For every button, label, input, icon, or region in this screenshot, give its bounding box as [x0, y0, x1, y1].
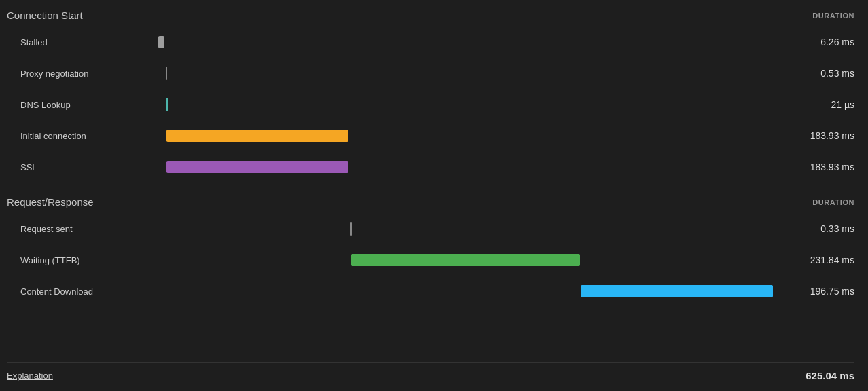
- footer: Explanation 625.04 ms: [7, 362, 854, 381]
- waiting-ttfb-row: Waiting (TTFB) 231.84 ms: [7, 244, 854, 276]
- ssl-label: SSL: [7, 162, 156, 172]
- request-response-header: Request/Response DURATION: [7, 196, 854, 208]
- dns-lookup-row: DNS Lookup 21 µs: [7, 89, 854, 120]
- proxy-negotiation-duration: 0.53 ms: [773, 68, 854, 79]
- waiting-ttfb-label: Waiting (TTFB): [7, 255, 156, 265]
- total-duration: 625.04 ms: [806, 370, 854, 381]
- proxy-negotiation-tick: [166, 67, 167, 80]
- ssl-bar-area: [156, 151, 773, 183]
- proxy-negotiation-bar-area: [156, 58, 773, 89]
- request-sent-bar-area: [156, 213, 773, 244]
- stalled-label: Stalled: [7, 37, 156, 48]
- stalled-duration: 6.26 ms: [773, 37, 854, 48]
- request-sent-row: Request sent 0.33 ms: [7, 213, 854, 244]
- waiting-ttfb-bar: [351, 254, 580, 266]
- request-sent-duration: 0.33 ms: [773, 223, 854, 234]
- dns-lookup-label: DNS Lookup: [7, 100, 156, 110]
- waiting-ttfb-bar-area: [156, 244, 773, 276]
- proxy-negotiation-row: Proxy negotiation 0.53 ms: [7, 58, 854, 89]
- initial-connection-bar: [166, 130, 348, 142]
- content-download-label: Content Download: [7, 286, 156, 297]
- request-response-duration-label: DURATION: [812, 198, 854, 206]
- content-download-bar: [581, 285, 773, 297]
- connection-start-title: Connection Start: [7, 10, 83, 21]
- request-response-title: Request/Response: [7, 196, 94, 208]
- dns-lookup-duration: 21 µs: [773, 99, 854, 110]
- stalled-bar: [158, 36, 164, 48]
- initial-connection-row: Initial connection 183.93 ms: [7, 120, 854, 151]
- stalled-row: Stalled 6.26 ms: [7, 26, 854, 58]
- initial-connection-duration: 183.93 ms: [773, 130, 854, 141]
- initial-connection-label: Initial connection: [7, 131, 156, 141]
- connection-start-duration-label: DURATION: [812, 12, 854, 20]
- waiting-ttfb-duration: 231.84 ms: [773, 255, 854, 265]
- content-download-duration: 196.75 ms: [773, 286, 854, 297]
- proxy-negotiation-label: Proxy negotiation: [7, 69, 156, 79]
- ssl-row: SSL 183.93 ms: [7, 151, 854, 183]
- request-sent-label: Request sent: [7, 224, 156, 234]
- initial-connection-bar-area: [156, 120, 773, 151]
- timing-panel: Connection Start DURATION Stalled 6.26 m…: [0, 0, 868, 391]
- explanation-link[interactable]: Explanation: [7, 371, 53, 381]
- connection-start-header: Connection Start DURATION: [7, 10, 854, 21]
- ssl-duration: 183.93 ms: [773, 162, 854, 172]
- ssl-bar: [166, 161, 348, 173]
- request-sent-tick: [350, 222, 352, 236]
- content-download-row: Content Download 196.75 ms: [7, 276, 854, 307]
- dns-lookup-bar-area: [156, 89, 773, 120]
- stalled-bar-area: [156, 26, 773, 58]
- dns-lookup-tick: [166, 98, 168, 111]
- content-download-bar-area: [156, 276, 773, 307]
